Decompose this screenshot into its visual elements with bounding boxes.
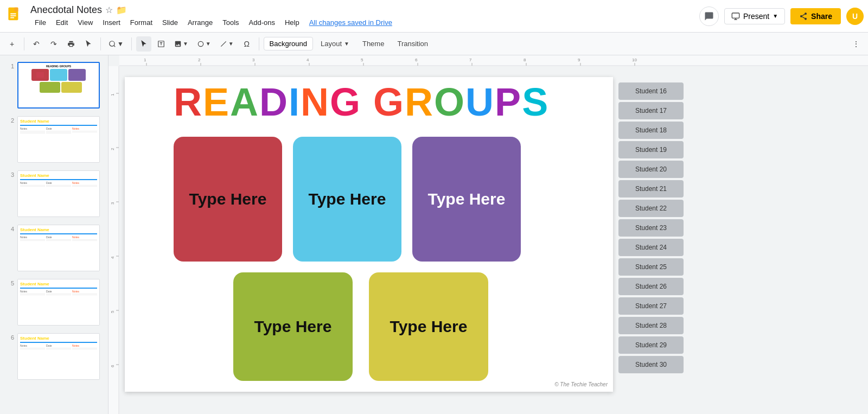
user-avatar[interactable]: U	[846, 8, 864, 25]
group-box-yellow[interactable]: Type Here	[369, 272, 488, 381]
student-btn-30[interactable]: Student 30	[618, 356, 684, 373]
menu-insert[interactable]: Insert	[98, 17, 125, 28]
slide-thumb-4[interactable]: 4 Student Name Notes Date Notes	[4, 222, 104, 273]
toolbar-divider-2	[100, 37, 101, 50]
student-btn-22[interactable]: Student 22	[618, 200, 684, 217]
svg-text:4: 4	[307, 58, 309, 62]
slide-thumb-5[interactable]: 5 Student Name Notes Date Notes	[4, 277, 104, 328]
present-button[interactable]: Present ▼	[724, 8, 785, 24]
menu-arrange[interactable]: Arrange	[183, 17, 217, 28]
student-btn-20[interactable]: Student 20	[618, 161, 684, 178]
menu-tools[interactable]: Tools	[218, 17, 243, 28]
menu-format[interactable]: Format	[126, 17, 157, 28]
svg-rect-3	[10, 15, 16, 16]
svg-rect-35	[108, 66, 119, 414]
image-tool[interactable]: ▼	[171, 39, 192, 49]
svg-text:5: 5	[110, 310, 115, 313]
redo-button[interactable]: ↷	[46, 36, 61, 52]
student-btn-27[interactable]: Student 27	[618, 297, 684, 315]
student-btn-25[interactable]: Student 25	[618, 258, 684, 276]
svg-point-9	[110, 41, 114, 46]
group-box-red[interactable]: Type Here	[174, 137, 282, 262]
transition-button[interactable]: Transition	[392, 37, 433, 50]
text-box-tool[interactable]	[154, 36, 169, 52]
autosave-status: All changes saved in Drive	[305, 17, 397, 28]
share-button[interactable]: Share	[790, 8, 841, 24]
menu-edit[interactable]: Edit	[52, 17, 72, 28]
group-box-purple[interactable]: Type Here	[412, 137, 521, 262]
layout-label: Layout	[321, 40, 342, 48]
student-btn-21[interactable]: Student 21	[618, 180, 684, 198]
student-btn-26[interactable]: Student 26	[618, 278, 684, 295]
svg-text:6: 6	[110, 365, 115, 367]
svg-text:3: 3	[110, 202, 115, 205]
svg-point-7	[800, 15, 802, 17]
student-btn-23[interactable]: Student 23	[618, 219, 684, 237]
slide-thumb-1[interactable]: 1 READING GROUPS	[4, 60, 104, 111]
ruler-horizontal: 1 2 3 4 5 6 7 8 9 10	[119, 55, 868, 66]
slide-num-5: 5	[7, 279, 14, 286]
group-box-blue[interactable]: Type Here	[293, 137, 401, 262]
new-slide-button[interactable]: +	[4, 36, 20, 52]
select-tool[interactable]	[136, 36, 151, 52]
toolbar: + ↶ ↷ ▼ ▼ ▼ ▼ Ω Background Layout ▼ Them…	[0, 33, 868, 55]
more-options-button[interactable]: ⋮	[848, 36, 864, 52]
slide-num-6: 6	[7, 333, 14, 341]
copyright-text: © The Techie Teacher	[554, 381, 608, 387]
slide-preview-1: READING GROUPS	[17, 62, 100, 109]
menu-help[interactable]: Help	[280, 17, 304, 28]
line-tool[interactable]: ▼	[216, 39, 237, 49]
slide-num-1: 1	[7, 62, 14, 69]
present-label: Present	[743, 12, 769, 21]
menu-view[interactable]: View	[73, 17, 97, 28]
svg-text:7: 7	[469, 58, 472, 62]
special-char-button[interactable]: Ω	[239, 36, 254, 52]
present-dropdown-icon[interactable]: ▼	[773, 13, 778, 19]
folder-icon[interactable]: 📁	[116, 5, 127, 15]
group-box-green[interactable]: Type Here	[233, 272, 353, 381]
svg-text:8: 8	[524, 58, 526, 62]
print-button[interactable]	[63, 36, 79, 52]
student-btn-19[interactable]: Student 19	[618, 141, 684, 158]
cursor-button[interactable]	[81, 36, 96, 52]
zoom-dropdown[interactable]: ▼	[105, 39, 127, 49]
slide-content: READING GROUPS Type Here Type Here	[125, 77, 613, 392]
student-btn-16[interactable]: Student 16	[618, 82, 684, 100]
menu-slide[interactable]: Slide	[158, 17, 182, 28]
slide-thumb-6[interactable]: 6 Student Name Notes Date Notes	[4, 331, 104, 382]
svg-point-11	[198, 41, 203, 46]
share-label: Share	[811, 12, 832, 21]
svg-text:1: 1	[144, 58, 146, 62]
comments-icon[interactable]	[699, 7, 719, 26]
menu-addons[interactable]: Add-ons	[245, 17, 279, 28]
canvas-wrapper[interactable]: 1 2 3 4 5 6 7 8 Student 1 Student 2 Stud…	[108, 66, 868, 414]
student-btn-17[interactable]: Student 17	[618, 102, 684, 119]
toolbar-divider-1	[24, 37, 24, 50]
background-button[interactable]: Background	[264, 37, 313, 50]
student-btn-24[interactable]: Student 24	[618, 239, 684, 256]
student-btn-28[interactable]: Student 28	[618, 317, 684, 334]
layout-button[interactable]: Layout ▼	[315, 37, 355, 50]
main-area: 1 READING GROUPS	[0, 55, 868, 414]
shape-tool[interactable]: ▼	[194, 39, 214, 49]
group-label-red: Type Here	[189, 190, 267, 208]
slide-preview-4: Student Name Notes Date Notes	[17, 225, 100, 271]
menu-file[interactable]: File	[30, 17, 50, 28]
theme-button[interactable]: Theme	[357, 37, 390, 50]
slide-thumb-2[interactable]: 2 Student Name Notes Date Notes	[4, 114, 104, 165]
svg-rect-1	[14, 7, 18, 11]
app-icon[interactable]	[4, 5, 26, 27]
student-btn-18[interactable]: Student 18	[618, 122, 684, 139]
undo-button[interactable]: ↶	[29, 36, 44, 52]
title-area: Anecdotal Notes ☆ 📁 File Edit View Inser…	[30, 4, 699, 28]
theme-label: Theme	[362, 40, 384, 48]
svg-rect-5	[732, 13, 739, 18]
svg-rect-13	[119, 55, 868, 66]
student-btn-29[interactable]: Student 29	[618, 336, 684, 354]
slide-thumb-3[interactable]: 3 Student Name Notes Date Notes	[4, 168, 104, 219]
slide-preview-6: Student Name Notes Date Notes	[17, 333, 100, 380]
svg-point-8	[805, 17, 807, 20]
slide-canvas-container: Student 1 Student 2 Student 3 Student 4 …	[125, 77, 613, 392]
doc-title-text[interactable]: Anecdotal Notes	[30, 4, 102, 16]
star-icon[interactable]: ☆	[105, 5, 113, 15]
